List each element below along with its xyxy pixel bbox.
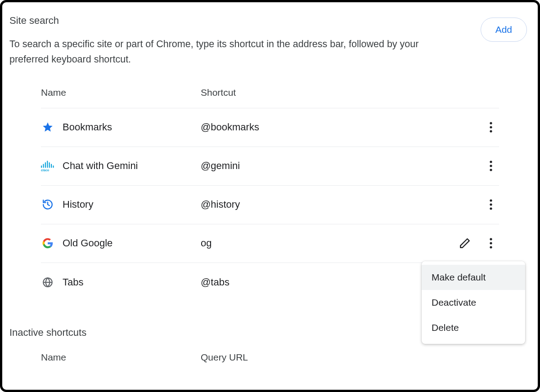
shortcut-cell: @bookmarks — [201, 121, 450, 133]
svg-text:cisco: cisco — [41, 169, 50, 172]
shortcut-cell: @tabs — [201, 276, 450, 288]
column-header-name: Name — [41, 352, 201, 363]
history-icon — [41, 198, 54, 211]
table-row: History@history — [41, 186, 499, 224]
table-row: Old Googleog — [41, 224, 499, 263]
column-header-actions — [450, 87, 499, 98]
svg-point-0 — [490, 122, 492, 125]
svg-rect-3 — [41, 165, 42, 168]
actions-cell — [450, 237, 499, 249]
context-menu[interactable]: Make defaultDeactivateDelete — [422, 261, 525, 344]
svg-point-17 — [490, 238, 492, 241]
engine-name: History — [63, 199, 93, 210]
column-header-shortcut: Shortcut — [201, 87, 450, 98]
shortcut-cell: @gemini — [201, 160, 450, 172]
svg-point-13 — [490, 169, 492, 171]
svg-rect-7 — [49, 162, 50, 168]
menu-item-delete[interactable]: Delete — [422, 315, 525, 340]
actions-cell — [450, 121, 499, 134]
table-row: ciscoChat with Gemini@gemini — [41, 147, 499, 186]
svg-point-2 — [490, 130, 492, 133]
inactive-table-header: Name Query URL — [9, 352, 531, 363]
svg-point-16 — [490, 208, 492, 210]
svg-point-11 — [490, 161, 492, 163]
more-actions-button[interactable] — [485, 160, 497, 172]
svg-point-14 — [490, 200, 492, 202]
more-actions-button[interactable] — [485, 198, 497, 211]
more-actions-button[interactable] — [485, 121, 497, 134]
svg-point-12 — [490, 165, 492, 167]
shortcut-cell: og — [201, 237, 450, 249]
svg-point-15 — [490, 204, 492, 206]
actions-cell — [450, 160, 499, 172]
engine-name: Old Google — [63, 237, 112, 249]
cisco-icon: cisco — [41, 159, 54, 173]
svg-rect-6 — [47, 161, 48, 168]
star-icon — [41, 120, 54, 134]
google-g-icon — [41, 236, 54, 250]
column-header-query-url: Query URL — [201, 352, 248, 363]
svg-rect-8 — [51, 164, 52, 168]
name-cell: Old Google — [41, 236, 201, 250]
section-heading-block: Site search To search a specific site or… — [9, 15, 459, 67]
name-cell: ciscoChat with Gemini — [41, 159, 201, 173]
actions-cell — [450, 198, 499, 211]
table-header: Name Shortcut — [41, 87, 499, 108]
column-header-name: Name — [41, 87, 201, 98]
engine-name: Chat with Gemini — [63, 160, 138, 172]
svg-point-19 — [490, 246, 492, 249]
table-row: Bookmarks@bookmarks — [41, 108, 499, 147]
name-cell: Bookmarks — [41, 120, 201, 134]
edit-button[interactable] — [459, 237, 471, 249]
more-actions-button[interactable] — [485, 237, 497, 249]
svg-rect-5 — [45, 162, 46, 168]
name-cell: History — [41, 198, 201, 211]
menu-item-deactivate[interactable]: Deactivate — [422, 290, 525, 315]
svg-rect-4 — [43, 164, 44, 168]
section-title: Site search — [9, 15, 459, 27]
name-cell: Tabs — [41, 276, 201, 289]
section-header: Site search To search a specific site or… — [9, 15, 531, 67]
engine-name: Bookmarks — [63, 121, 112, 133]
shortcut-cell: @history — [201, 199, 450, 210]
menu-item-make-default[interactable]: Make default — [422, 265, 525, 290]
svg-point-18 — [490, 242, 492, 245]
add-button[interactable]: Add — [481, 18, 527, 42]
settings-panel: Site search To search a specific site or… — [0, 0, 540, 392]
svg-rect-9 — [53, 165, 54, 168]
svg-point-1 — [490, 126, 492, 129]
section-description: To search a specific site or part of Chr… — [9, 36, 459, 67]
globe-icon — [41, 276, 54, 289]
engine-name: Tabs — [63, 276, 83, 288]
